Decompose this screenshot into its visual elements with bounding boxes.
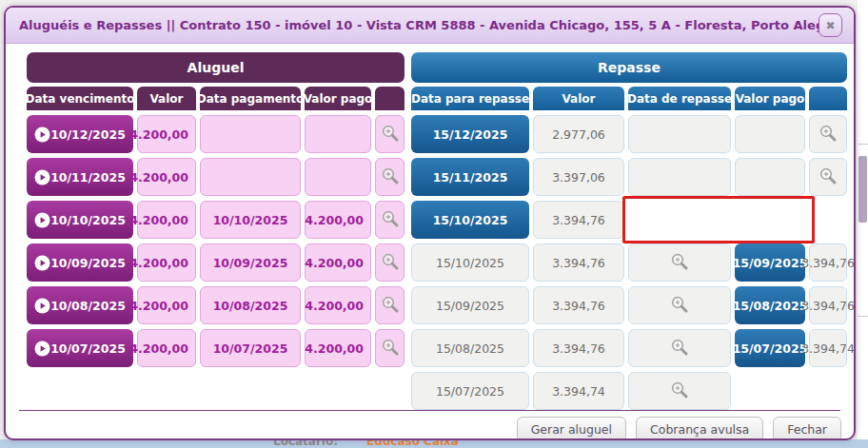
valor-pago-cell: 3.394,76 xyxy=(533,286,624,324)
valor-cell: 4.200,00 xyxy=(137,158,196,196)
modal-content: Aluguel Data vencimentoValorData pagamen… xyxy=(6,44,854,410)
valor-cell: 2.977,06 xyxy=(533,115,624,153)
row-date-label: 10/11/2025 xyxy=(50,170,126,185)
zoom-details-button[interactable] xyxy=(809,158,847,196)
valor-pago-cell xyxy=(305,158,371,196)
column-header-Data para repasse: Data para repasse xyxy=(411,87,529,110)
zoom-details-button[interactable] xyxy=(375,158,404,196)
page-background: Locatário: Educaso Caixa Aluguéis e Repa… xyxy=(0,0,868,448)
cobranca-avulsa-button[interactable]: Cobrança avulsa xyxy=(636,417,763,440)
zoom-details-button[interactable] xyxy=(375,286,404,324)
highlight-box xyxy=(622,196,815,243)
repasse-table-title: Repasse xyxy=(411,52,847,83)
aluguel-row-date[interactable]: 10/08/2025 xyxy=(27,286,133,324)
row-date-label: 10/10/2025 xyxy=(50,213,126,227)
magnifier-plus-icon xyxy=(669,251,690,275)
valor-cell: 3.394,74 xyxy=(809,329,847,367)
column-header-Data de repasse: Data de repasse xyxy=(628,87,731,110)
data-repasse-cell: 15/08/2025 xyxy=(411,329,529,367)
data-pagamento-cell: 10/08/2025 xyxy=(200,286,301,324)
behind-label: Locatário: xyxy=(273,439,338,448)
aluguel-row-date[interactable]: 10/11/2025 xyxy=(27,158,133,196)
scrollbar-thumb[interactable] xyxy=(858,156,867,223)
zoom-details-button[interactable] xyxy=(628,372,731,410)
magnifier-plus-icon xyxy=(818,166,838,189)
zoom-details-button[interactable] xyxy=(809,115,847,153)
column-header-Data vencimento: Data vencimento xyxy=(27,87,133,110)
page-scrollbar[interactable] xyxy=(858,0,868,448)
expand-row-icon xyxy=(34,127,50,143)
data-repasse-cell: 15/07/2025 xyxy=(411,372,529,410)
valor-pago-cell xyxy=(735,115,805,153)
repasse-row-date[interactable]: 15/08/2025 xyxy=(735,286,805,324)
valor-cell: 3.394,76 xyxy=(809,243,847,282)
modal-dialog: Aluguéis e Repasses || Contrato 150 - im… xyxy=(4,6,856,440)
valor-cell: 4.200,00 xyxy=(137,329,196,367)
valor-cell: 4.200,00 xyxy=(137,243,196,282)
scrollbar-track-line xyxy=(858,316,868,317)
page-behind-text: Locatário: Educaso Caixa xyxy=(0,439,868,448)
modal-footer: Gerar aluguel Cobrança avulsa Fechar xyxy=(6,410,854,440)
expand-row-icon xyxy=(34,255,50,271)
magnifier-plus-icon xyxy=(669,380,690,403)
close-button[interactable]: ✖ xyxy=(819,13,842,37)
data-pagamento-cell: 10/09/2025 xyxy=(200,243,301,282)
valor-cell: 4.200,00 xyxy=(137,201,196,239)
data-pagamento-cell: 10/10/2025 xyxy=(200,201,301,239)
repasse-row-date[interactable]: 15/09/2025 xyxy=(735,243,805,282)
close-icon: ✖ xyxy=(825,19,835,32)
magnifier-plus-icon xyxy=(380,294,401,318)
aluguel-row-date[interactable]: 10/09/2025 xyxy=(27,243,133,282)
valor-pago-cell: 4.200,00 xyxy=(305,286,371,324)
gerar-aluguel-button[interactable]: Gerar aluguel xyxy=(517,417,626,440)
expand-row-icon xyxy=(34,341,50,357)
column-header-actions xyxy=(375,87,404,110)
repasse-row-date[interactable]: 15/12/2025 xyxy=(411,115,529,153)
zoom-details-button[interactable] xyxy=(628,286,731,324)
data-pagamento-cell: 10/07/2025 xyxy=(200,329,301,367)
row-date-label: 10/09/2025 xyxy=(50,256,126,270)
zoom-details-button[interactable] xyxy=(375,201,404,239)
repasse-table: Repasse Data para repasseValorData de re… xyxy=(411,52,847,410)
valor-cell: 3.394,76 xyxy=(809,286,847,324)
fechar-button[interactable]: Fechar xyxy=(773,417,841,440)
column-header-actions xyxy=(809,87,847,110)
footer-divider xyxy=(19,410,840,411)
aluguel-row-date[interactable]: 10/10/2025 xyxy=(27,201,133,239)
behind-value: Educaso Caixa xyxy=(366,439,459,448)
zoom-details-button[interactable] xyxy=(628,243,731,282)
data-repasse-cell: 15/09/2025 xyxy=(411,286,529,324)
repasse-row-date[interactable]: 15/07/2025 xyxy=(735,329,805,367)
aluguel-row-date[interactable]: 10/12/2025 xyxy=(27,115,133,153)
magnifier-plus-icon xyxy=(818,123,838,146)
valor-pago-cell: 3.394,76 xyxy=(533,329,624,367)
modal-title: Aluguéis e Repasses || Contrato 150 - im… xyxy=(19,18,819,32)
valor-pago-cell: 4.200,00 xyxy=(305,329,371,367)
data-pagamento-cell xyxy=(200,158,301,196)
valor-pago-cell: 4.200,00 xyxy=(305,201,371,239)
repasse-row-date[interactable]: 15/10/2025 xyxy=(411,201,529,239)
valor-pago-cell xyxy=(735,158,805,196)
aluguel-table: Aluguel Data vencimentoValorData pagamen… xyxy=(27,52,404,410)
valor-pago-cell xyxy=(305,115,371,153)
aluguel-row-date[interactable]: 10/07/2025 xyxy=(27,329,133,367)
repasse-row-date[interactable]: 15/11/2025 xyxy=(411,158,529,196)
column-header-Data pagamento: Data pagamento xyxy=(200,87,301,110)
valor-pago-cell: 4.200,00 xyxy=(305,243,371,282)
valor-cell: 4.200,00 xyxy=(137,115,196,153)
valor-pago-cell: 3.394,76 xyxy=(533,243,624,282)
repasse-grid: Data para repasseValorData de repasseVal… xyxy=(411,87,847,410)
row-date-label: 10/12/2025 xyxy=(50,127,126,142)
magnifier-plus-icon xyxy=(380,337,401,360)
zoom-details-button[interactable] xyxy=(628,329,731,367)
expand-row-icon xyxy=(34,298,50,314)
data-repasse-cell: 15/10/2025 xyxy=(411,243,529,282)
column-header-Valor pago: Valor pago xyxy=(305,87,371,110)
valor-pago-cell: 3.394,74 xyxy=(533,372,624,410)
magnifier-plus-icon xyxy=(380,123,401,146)
zoom-details-button[interactable] xyxy=(375,243,404,282)
modal-header: Aluguéis e Repasses || Contrato 150 - im… xyxy=(6,8,854,44)
scrollbar-track-line xyxy=(858,144,868,145)
zoom-details-button[interactable] xyxy=(375,329,404,367)
zoom-details-button[interactable] xyxy=(375,115,404,153)
